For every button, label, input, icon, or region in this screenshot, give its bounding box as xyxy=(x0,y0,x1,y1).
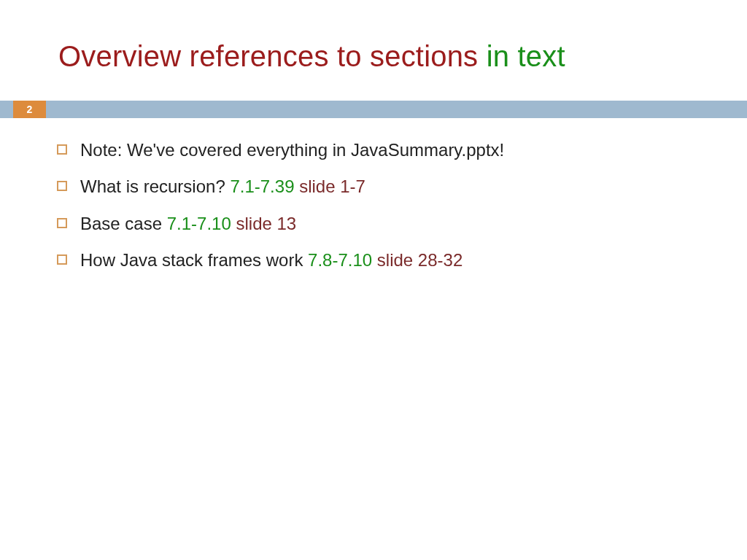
list-item: How Java stack frames work 7.8-7.10 slid… xyxy=(57,249,699,272)
list-item: What is recursion? 7.1-7.39 slide 1-7 xyxy=(57,175,699,198)
text-segment: How Java stack frames work xyxy=(80,250,308,270)
text-segment: slide 1-7 xyxy=(299,176,365,196)
text-segment: What is recursion? xyxy=(80,176,230,196)
list-item-text: What is recursion? 7.1-7.39 slide 1-7 xyxy=(80,175,699,198)
text-segment: 7.1-7.39 xyxy=(230,176,294,196)
text-segment: Base case xyxy=(80,214,167,233)
title-green-span: in text xyxy=(487,40,565,72)
list-item-text: How Java stack frames work 7.8-7.10 slid… xyxy=(80,249,699,272)
list-item: Note: We've covered everything in JavaSu… xyxy=(57,139,699,162)
page-number-badge: 2 xyxy=(13,101,46,118)
text-segment: 7.1-7.10 xyxy=(167,214,236,233)
text-segment: Note: We've covered everything in JavaSu… xyxy=(80,140,504,160)
header-banner xyxy=(0,101,747,118)
slide-title: Overview references to sections in text xyxy=(58,40,565,73)
text-segment: slide 28-32 xyxy=(377,250,462,270)
title-red-span: Overview references to sections xyxy=(58,40,487,72)
text-segment: slide 13 xyxy=(236,214,296,233)
list-item-text: Note: We've covered everything in JavaSu… xyxy=(80,139,699,162)
bullet-icon xyxy=(57,144,67,155)
bullet-icon xyxy=(57,254,67,265)
slide: Overview references to sections in text … xyxy=(0,0,747,560)
text-segment: 7.8-7.10 xyxy=(308,250,377,270)
content-area: Note: We've covered everything in JavaSu… xyxy=(57,139,699,286)
list-item-text: Base case 7.1-7.10 slide 13 xyxy=(80,212,699,236)
bullet-icon xyxy=(57,181,67,191)
list-item: Base case 7.1-7.10 slide 13 xyxy=(57,212,699,236)
bullet-icon xyxy=(57,218,67,228)
